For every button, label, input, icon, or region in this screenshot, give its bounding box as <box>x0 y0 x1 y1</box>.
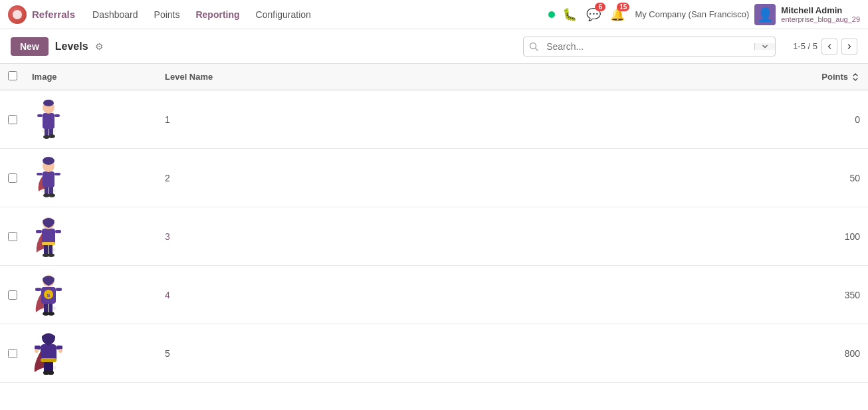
level-3-character <box>32 211 65 261</box>
sort-icon <box>851 72 860 82</box>
table-header: Image Level Name Points <box>0 64 868 90</box>
row-4-image: S <box>32 270 165 320</box>
user-info: Mitchell Admin enterprise_blog_aug_29 <box>781 5 860 23</box>
row-5-checkbox[interactable] <box>8 349 17 358</box>
row-5-image <box>32 328 165 378</box>
table-row[interactable]: 3 100 <box>0 207 868 266</box>
app-logo <box>8 5 27 24</box>
row-1-points: 0 <box>780 114 860 125</box>
alert-badge: 15 <box>617 3 629 11</box>
toolbar: New Levels ⚙ 1-5 / 5 <box>0 29 868 64</box>
levels-table: Image Level Name Points <box>0 64 868 383</box>
table-row[interactable]: 2 50 <box>0 149 868 207</box>
row-2-points: 50 <box>780 173 860 183</box>
row-3-image <box>32 211 165 261</box>
row-1-checkbox[interactable] <box>8 115 17 124</box>
row-1-image <box>32 94 165 144</box>
row-5-level: 5 <box>165 348 780 359</box>
svg-point-42 <box>48 312 54 316</box>
row-checkbox-2 <box>8 173 32 183</box>
pagination-label: 1-5 / 5 <box>793 41 817 51</box>
top-navigation: Referrals Dashboard Points Reporting Con… <box>0 0 868 29</box>
search-input[interactable] <box>544 37 754 56</box>
search-dropdown-button[interactable] <box>754 43 775 50</box>
row-checkbox-1 <box>8 115 32 124</box>
svg-rect-15 <box>43 171 54 187</box>
user-avatar[interactable]: 👤 <box>754 4 776 25</box>
pagination-next-button[interactable] <box>841 39 857 54</box>
svg-point-52 <box>58 349 62 353</box>
row-1-level: 1 <box>165 114 780 125</box>
svg-rect-26 <box>42 242 55 245</box>
svg-rect-50 <box>56 346 62 350</box>
row-checkbox-4 <box>8 290 32 300</box>
chat-badge: 6 <box>595 3 605 11</box>
company-label: My Company (San Francisco) <box>635 9 749 19</box>
select-all-checkbox[interactable] <box>8 71 17 80</box>
level-1-character <box>32 94 65 144</box>
svg-rect-19 <box>54 173 60 175</box>
level-4-character: S <box>32 270 65 320</box>
row-2-level: 2 <box>165 173 780 183</box>
chat-notification-button[interactable]: 💬 6 <box>584 5 603 24</box>
topnav-right: 🐛 💬 6 🔔 15 My Company (San Francisco) 👤 … <box>548 4 860 25</box>
app-name: Referrals <box>32 9 75 20</box>
row-3-level[interactable]: 3 <box>165 231 780 242</box>
row-5-points: 800 <box>780 348 860 359</box>
svg-rect-18 <box>37 173 43 175</box>
svg-line-1 <box>536 48 538 51</box>
svg-rect-39 <box>35 288 41 291</box>
user-sub: enterprise_blog_aug_29 <box>781 15 860 23</box>
nav-item-dashboard[interactable]: Dashboard <box>86 7 145 23</box>
svg-text:S: S <box>47 292 51 298</box>
nav-item-reporting[interactable]: Reporting <box>189 7 246 23</box>
level-2-character <box>32 153 65 203</box>
svg-rect-47 <box>41 358 56 362</box>
header-points-col: Points <box>780 72 860 82</box>
pagination-prev-button[interactable] <box>821 39 837 54</box>
search-bar <box>523 37 776 56</box>
search-icon <box>524 42 544 51</box>
nav-item-points[interactable]: Points <box>148 7 187 23</box>
row-4-checkbox[interactable] <box>8 290 17 300</box>
user-name: Mitchell Admin <box>781 5 860 15</box>
row-4-level[interactable]: 4 <box>165 290 780 300</box>
svg-point-7 <box>43 100 54 106</box>
page-title: Levels <box>55 41 88 52</box>
header-checkbox-col <box>8 71 32 82</box>
svg-point-17 <box>43 157 54 165</box>
table-row[interactable]: 5 800 <box>0 324 868 383</box>
nav-item-configuration[interactable]: Configuration <box>249 7 318 23</box>
row-checkbox-5 <box>8 349 32 358</box>
row-2-image <box>32 153 165 203</box>
row-checkbox-3 <box>8 232 32 241</box>
svg-rect-29 <box>55 230 61 233</box>
row-3-points: 100 <box>780 231 860 242</box>
header-image-col: Image <box>32 72 165 82</box>
bug-icon: 🐛 <box>562 7 577 22</box>
svg-point-31 <box>48 253 54 257</box>
svg-point-11 <box>49 134 55 138</box>
table-row[interactable]: 1 0 <box>0 90 868 149</box>
online-status-dot <box>548 11 555 18</box>
gear-icon[interactable]: ⚙ <box>95 41 104 52</box>
row-4-points: 350 <box>780 290 860 300</box>
svg-rect-8 <box>37 114 43 117</box>
svg-rect-28 <box>36 230 42 233</box>
header-name-col: Level Name <box>165 72 780 82</box>
svg-rect-5 <box>43 113 54 129</box>
svg-rect-40 <box>56 288 62 291</box>
row-3-checkbox[interactable] <box>8 232 17 241</box>
bug-icon-button[interactable]: 🐛 <box>560 5 579 24</box>
svg-point-21 <box>49 193 55 197</box>
alert-notification-button[interactable]: 🔔 15 <box>608 5 627 24</box>
svg-rect-49 <box>35 346 41 350</box>
new-button[interactable]: New <box>11 37 49 56</box>
svg-rect-54 <box>48 371 54 375</box>
row-2-checkbox[interactable] <box>8 173 17 183</box>
pagination: 1-5 / 5 <box>793 39 857 54</box>
level-5-character <box>32 328 65 378</box>
svg-rect-9 <box>54 114 60 117</box>
table-row[interactable]: S 4 350 <box>0 266 868 324</box>
svg-point-51 <box>35 349 39 353</box>
